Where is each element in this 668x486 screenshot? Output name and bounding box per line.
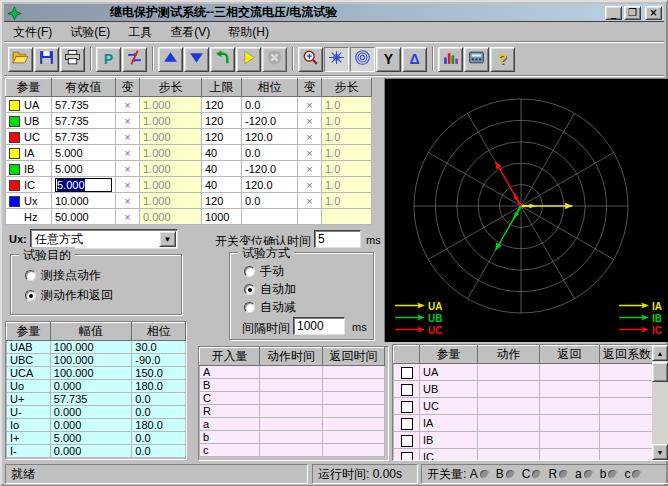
step2-cell[interactable] <box>322 209 372 225</box>
value-cell[interactable]: 5.000 <box>52 177 116 193</box>
radio-button[interactable] <box>244 302 255 313</box>
axes-button[interactable] <box>324 47 349 72</box>
radio-button[interactable] <box>25 270 36 281</box>
mode-option-1[interactable]: 自动加 <box>244 281 296 298</box>
purpose-option-1[interactable]: 测动作和返回 <box>25 287 113 304</box>
limit-cell[interactable]: 40 <box>202 145 242 161</box>
save-button[interactable] <box>34 47 59 72</box>
step-cell[interactable]: 1.000 <box>140 161 202 177</box>
radio-button-selected[interactable] <box>244 284 255 295</box>
vary2-toggle-cell[interactable]: × <box>298 113 322 129</box>
step-cell[interactable]: 1.000 <box>140 113 202 129</box>
step2-cell[interactable]: 1.0 <box>322 177 372 193</box>
param-checkbox[interactable] <box>401 452 413 461</box>
step2-cell[interactable]: 1.0 <box>322 145 372 161</box>
phase-cell[interactable]: -120.0 <box>242 161 298 177</box>
value-cell[interactable]: 5.000 <box>52 145 116 161</box>
step-cell[interactable]: 1.000 <box>140 145 202 161</box>
param-checkbox[interactable] <box>401 367 413 379</box>
mode-option-2[interactable]: 自动减 <box>244 299 296 316</box>
value-cell[interactable]: 5.000 <box>52 161 116 177</box>
help-button[interactable]: ? <box>490 47 515 72</box>
step2-cell[interactable]: 1.0 <box>322 97 372 113</box>
vary-toggle-cell[interactable]: × <box>116 145 140 161</box>
vary2-toggle-cell[interactable]: × <box>298 177 322 193</box>
phase-cell[interactable]: 0.0 <box>242 193 298 209</box>
step2-cell[interactable]: 1.0 <box>322 193 372 209</box>
step-cell[interactable]: 1.000 <box>140 97 202 113</box>
limit-cell[interactable]: 40 <box>202 161 242 177</box>
value-cell[interactable]: 50.000 <box>52 209 116 225</box>
value-cell[interactable]: 10.000 <box>52 193 116 209</box>
vary-toggle-cell[interactable]: × <box>116 193 140 209</box>
limit-cell[interactable]: 120 <box>202 97 242 113</box>
step2-cell[interactable]: 1.0 <box>322 113 372 129</box>
limit-cell[interactable]: 120 <box>202 129 242 145</box>
vary2-toggle-cell[interactable]: × <box>298 145 322 161</box>
value-cell[interactable]: 57.735 <box>52 97 116 113</box>
step-cell[interactable]: 1.000 <box>140 177 202 193</box>
scrollbar-thumb[interactable] <box>652 362 668 382</box>
phase-cell[interactable]: 0.0 <box>242 97 298 113</box>
phase-cell[interactable]: 120.0 <box>242 177 298 193</box>
confirm-time-input[interactable]: 5 <box>314 230 361 248</box>
step2-cell[interactable]: 1.0 <box>322 161 372 177</box>
vary-toggle-cell[interactable]: × <box>116 113 140 129</box>
limit-cell[interactable]: 120 <box>202 113 242 129</box>
print-button[interactable] <box>60 47 85 72</box>
vertical-scrollbar[interactable]: ▲▼ <box>652 345 668 460</box>
value-edit-input[interactable]: 5.000 <box>55 178 112 192</box>
scroll-up-button[interactable]: ▲ <box>652 345 668 361</box>
vary-toggle-cell[interactable]: × <box>116 161 140 177</box>
minimize-button[interactable]: _ <box>605 6 622 20</box>
menu-item-4[interactable]: 帮助(H) <box>219 22 278 43</box>
chevron-down-icon[interactable]: ▼ <box>159 231 176 247</box>
vary-toggle-cell[interactable]: × <box>116 129 140 145</box>
limit-cell[interactable]: 40 <box>202 177 242 193</box>
start-button[interactable] <box>236 47 261 72</box>
step2-cell[interactable]: 1.0 <box>322 129 372 145</box>
vary-toggle-cell[interactable]: × <box>116 97 140 113</box>
value-cell[interactable]: 57.735 <box>52 129 116 145</box>
interval-input[interactable]: 1000 <box>293 317 345 335</box>
limit-cell[interactable]: 1000 <box>202 209 242 225</box>
vary2-toggle-cell[interactable]: × <box>298 97 322 113</box>
step-cell[interactable]: 1.000 <box>140 129 202 145</box>
purpose-option-0[interactable]: 测接点动作 <box>25 267 101 284</box>
phase-cell[interactable] <box>242 209 298 225</box>
param-checkbox[interactable] <box>401 384 413 396</box>
vary2-toggle-cell[interactable]: × <box>298 161 322 177</box>
ux-mode-select[interactable]: 任意方式 ▼ <box>30 229 178 249</box>
wye-button[interactable]: Y <box>376 47 401 72</box>
maximize-button[interactable]: ❐ <box>624 6 641 20</box>
mode-option-0[interactable]: 手动 <box>244 263 284 280</box>
radio-button-selected[interactable] <box>25 290 36 301</box>
param-checkbox[interactable] <box>401 401 413 413</box>
param-checkbox[interactable] <box>401 418 413 430</box>
menu-item-1[interactable]: 试验(E) <box>61 22 119 43</box>
param-checkbox[interactable] <box>401 435 413 447</box>
undo-button[interactable] <box>210 47 235 72</box>
phase-cell[interactable]: 120.0 <box>242 129 298 145</box>
step-down-button[interactable] <box>184 47 209 72</box>
phase-cell[interactable]: 0.0 <box>242 145 298 161</box>
phase-cell[interactable]: -120.0 <box>242 113 298 129</box>
vary-toggle-cell[interactable]: × <box>116 209 140 225</box>
value-cell[interactable]: 57.735 <box>52 113 116 129</box>
close-button[interactable]: × <box>645 6 662 20</box>
p-marker-button[interactable]: P <box>96 47 121 72</box>
step-cell[interactable]: 1.000 <box>140 193 202 209</box>
step-cell[interactable]: 0.000 <box>140 209 202 225</box>
polar-button[interactable] <box>350 47 375 72</box>
open-button[interactable] <box>8 47 33 72</box>
vary2-toggle-cell[interactable]: × <box>298 129 322 145</box>
menu-item-0[interactable]: 文件(F) <box>4 22 61 43</box>
step-up-button[interactable] <box>158 47 183 72</box>
vary-toggle-cell[interactable]: × <box>116 177 140 193</box>
scroll-down-button[interactable]: ▼ <box>652 444 668 460</box>
menu-item-3[interactable]: 查看(V) <box>161 22 219 43</box>
limit-cell[interactable]: 120 <box>202 193 242 209</box>
radio-button[interactable] <box>244 266 255 277</box>
menu-item-2[interactable]: 工具 <box>119 22 161 43</box>
delta-button[interactable]: Δ <box>402 47 427 72</box>
